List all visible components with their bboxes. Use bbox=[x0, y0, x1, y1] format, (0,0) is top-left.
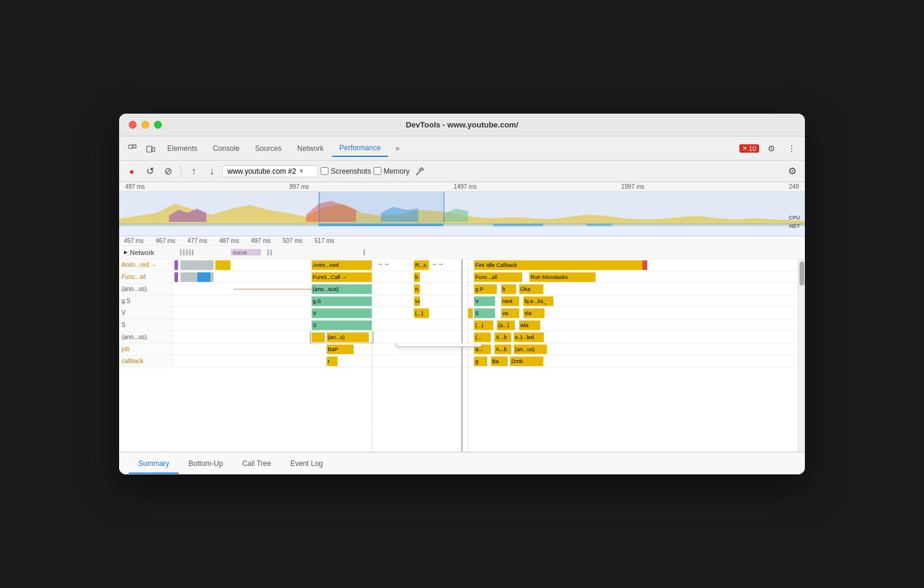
flame-block-ba[interactable]: Ba bbox=[491, 357, 508, 366]
flame-block-gs[interactable]: g.S bbox=[312, 296, 372, 306]
flame-block-run-microtasks[interactable]: Run Microtasks bbox=[529, 272, 596, 282]
flame-block[interactable] bbox=[174, 272, 178, 282]
flame-block[interactable] bbox=[215, 260, 230, 270]
tab-sources[interactable]: Sources bbox=[248, 141, 289, 156]
flame-block-ano[interactable]: (ano...ous) bbox=[312, 284, 372, 294]
flame-block-ans[interactable]: (an...s) bbox=[327, 332, 369, 342]
flame-block-anim-ired[interactable]: Anim...ired bbox=[312, 260, 372, 270]
clear-button[interactable]: ⊘ bbox=[160, 164, 176, 179]
error-count: 10 bbox=[749, 145, 756, 152]
menu-icon[interactable]: ⋮ bbox=[783, 140, 800, 157]
svg-rect-8 bbox=[443, 192, 445, 223]
flame-block-funcall2[interactable]: Func...all bbox=[474, 272, 522, 282]
timeline-chart[interactable]: CPU NET bbox=[119, 192, 805, 233]
flame-block-rs[interactable]: R...s bbox=[414, 260, 429, 270]
tab-right-controls: ✕ 10 ⚙ ⋮ bbox=[739, 140, 800, 157]
svg-rect-20 bbox=[267, 250, 269, 256]
download-button[interactable]: ↓ bbox=[204, 164, 220, 179]
settings-icon[interactable]: ⚙ bbox=[763, 140, 780, 157]
flame-block-ejled[interactable]: e.J...led bbox=[514, 332, 544, 342]
svg-rect-21 bbox=[270, 250, 272, 256]
flame-block-bjeks[interactable]: bj.e...ks_ bbox=[523, 296, 553, 306]
flame-track-7[interactable]: BaP a... A...b (an...us) Request Idle Ca… bbox=[173, 343, 798, 355]
flame-block-adots[interactable]: (a...) bbox=[497, 320, 515, 330]
flame-block-blue[interactable] bbox=[197, 272, 211, 282]
flame-track-2[interactable]: (ano...ous) n...t g.P b Oka bbox=[173, 283, 798, 295]
tab-elements[interactable]: Elements bbox=[160, 141, 205, 156]
flame-track-4[interactable]: V (...) S va sla bbox=[173, 307, 798, 319]
refresh-button[interactable]: ↺ bbox=[142, 164, 158, 179]
flame-row-7: job BaP a... A...b (an...us) Request Idl… bbox=[119, 343, 798, 355]
flame-block-next[interactable]: next bbox=[501, 296, 519, 306]
flame-block-red[interactable] bbox=[642, 260, 647, 270]
timeline-overview[interactable]: 497 ms 997 ms 1497 ms 1997 ms 249 bbox=[119, 182, 805, 236]
flame-block-ldots[interactable]: (... bbox=[474, 332, 491, 342]
record-button[interactable]: ● bbox=[124, 164, 140, 179]
error-badge[interactable]: ✕ 10 bbox=[739, 144, 759, 153]
svg-rect-1 bbox=[133, 145, 136, 148]
flame-track-1[interactable]: Funct...Call → b Func...all Run Microtas… bbox=[173, 271, 798, 283]
flame-block-b2[interactable]: b bbox=[501, 284, 516, 294]
tab-summary[interactable]: Summary bbox=[129, 455, 179, 474]
flame-block-ab[interactable]: A...b bbox=[494, 345, 511, 354]
flame-block-sm3[interactable] bbox=[312, 332, 325, 342]
inspect-element-icon[interactable] bbox=[124, 140, 141, 157]
flame-block-sm1[interactable] bbox=[468, 308, 473, 318]
svg-rect-15 bbox=[186, 250, 188, 256]
tab-call-tree[interactable]: Call Tree bbox=[233, 455, 281, 473]
flame-track-5[interactable]: S (...) (a...) wla bbox=[173, 319, 798, 331]
broom-button[interactable] bbox=[412, 164, 428, 179]
flame-block-b[interactable]: b bbox=[414, 272, 420, 282]
flame-track-6[interactable]: (an...s) (... X...b e.J...led bbox=[173, 331, 798, 343]
flame-block-s2[interactable]: S bbox=[312, 320, 372, 330]
upload-button[interactable]: ↑ bbox=[186, 164, 202, 179]
flame-block-fire-idle[interactable]: Fire Idle Callback bbox=[474, 260, 642, 270]
flame-block-gp[interactable]: g.P bbox=[474, 284, 497, 294]
flame-block-va2[interactable]: va bbox=[501, 308, 519, 318]
flame-block-v2[interactable]: V bbox=[312, 308, 372, 318]
tab-console[interactable]: Console bbox=[206, 141, 247, 156]
flame-row-0: Anim...red → Anim...ired →→ R...s →→ Fir… bbox=[119, 259, 798, 271]
flame-block-funct[interactable]: Funct...Call → bbox=[312, 272, 372, 282]
device-toolbar-icon[interactable] bbox=[142, 140, 159, 157]
close-button[interactable] bbox=[129, 121, 137, 129]
flame-chart[interactable]: Anim...red → Anim...ired →→ R...s →→ Fir… bbox=[119, 259, 805, 452]
memory-checkbox-group: Memory bbox=[374, 167, 410, 176]
flame-block-dmb[interactable]: Dmb bbox=[510, 357, 543, 366]
flame-block-wla[interactable]: wla bbox=[519, 320, 540, 330]
flame-block-s[interactable]: S bbox=[474, 308, 495, 318]
tab-performance[interactable]: Performance bbox=[332, 140, 388, 157]
minimize-button[interactable] bbox=[141, 121, 149, 129]
more-tabs-icon[interactable]: » bbox=[389, 140, 406, 157]
maximize-button[interactable] bbox=[154, 121, 162, 129]
scrollbar-thumb[interactable] bbox=[799, 262, 804, 286]
flame-block-dots2[interactable]: (...) bbox=[474, 320, 493, 330]
svg-rect-10 bbox=[319, 224, 443, 226]
flame-track-8[interactable]: r g Ba Dmb bbox=[173, 355, 798, 367]
flame-track-3[interactable]: g.S va V next bj.e...ks_ bbox=[173, 295, 798, 307]
flame-block-nt[interactable]: n...t bbox=[414, 284, 420, 294]
flame-block-v[interactable]: V bbox=[474, 296, 495, 306]
flame-block-anus[interactable]: (an...us) bbox=[514, 345, 547, 354]
url-selector[interactable]: www.youtube.com #2 ▼ bbox=[222, 165, 318, 177]
flame-block-bap[interactable]: BaP bbox=[327, 345, 354, 354]
screenshots-checkbox[interactable] bbox=[321, 167, 328, 175]
flame-block-r[interactable]: r bbox=[327, 357, 337, 366]
tab-network[interactable]: Network bbox=[290, 141, 331, 156]
flame-block[interactable] bbox=[180, 260, 214, 270]
flame-block-va[interactable]: va bbox=[414, 296, 420, 306]
flame-block-g[interactable]: g bbox=[474, 357, 487, 366]
flame-block-oka[interactable]: Oka bbox=[519, 284, 543, 294]
flame-block-xb[interactable]: X...b bbox=[494, 332, 511, 342]
tab-event-log[interactable]: Event Log bbox=[281, 455, 333, 473]
flame-track-0[interactable]: Anim...ired →→ R...s →→ Fire Idle Callba… bbox=[173, 259, 798, 271]
memory-checkbox[interactable] bbox=[374, 167, 381, 175]
perf-settings-icon[interactable]: ⚙ bbox=[784, 164, 800, 179]
scale-517: 517 ms bbox=[315, 237, 334, 244]
flame-block[interactable] bbox=[174, 260, 178, 270]
network-bar-area: succe bbox=[177, 248, 800, 257]
flame-block-sla[interactable]: sla bbox=[523, 308, 544, 318]
flame-scrollbar[interactable] bbox=[798, 259, 805, 452]
tab-bottom-up[interactable]: Bottom-Up bbox=[179, 455, 232, 473]
flame-block-dots[interactable]: (...) bbox=[414, 308, 429, 318]
